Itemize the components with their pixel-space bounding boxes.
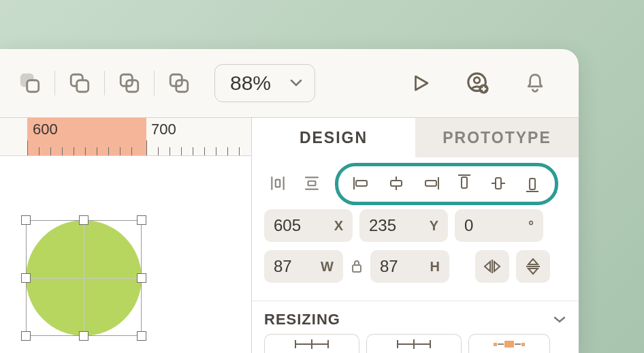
align-vertical-distribute-icon[interactable] xyxy=(298,170,325,197)
flip-vertical-button[interactable] xyxy=(516,250,550,283)
width-value: 87 xyxy=(274,257,315,276)
resize-handle-sw[interactable] xyxy=(21,331,31,341)
resizing-width-control[interactable] xyxy=(264,334,359,353)
svg-rect-31 xyxy=(353,265,361,272)
width-field[interactable]: 87 W xyxy=(264,250,343,283)
resize-handle-ne[interactable] xyxy=(137,215,146,225)
chevron-down-icon xyxy=(290,79,302,87)
toolbar-right xyxy=(404,67,565,99)
boolean-exclude-icon[interactable] xyxy=(163,67,195,99)
bell-icon[interactable] xyxy=(519,67,551,99)
resizing-section-header[interactable]: RESIZING xyxy=(252,301,579,334)
align-center-h-icon[interactable] xyxy=(383,170,410,197)
resize-handle-w[interactable] xyxy=(21,273,31,283)
align-top-icon[interactable] xyxy=(451,170,478,197)
svg-rect-28 xyxy=(496,178,501,189)
zoom-dropdown[interactable]: 88% xyxy=(214,64,315,102)
height-field[interactable]: 87 H xyxy=(370,250,449,283)
app-window: 88% 600 700 xyxy=(0,49,579,353)
svg-rect-3 xyxy=(77,80,88,92)
x-label: X xyxy=(334,218,343,234)
align-left-icon[interactable] xyxy=(349,170,376,197)
add-user-icon[interactable] xyxy=(462,67,494,99)
lock-aspect-icon[interactable] xyxy=(350,250,364,283)
flip-horizontal-button[interactable] xyxy=(475,250,509,283)
canvas[interactable]: 600 700 xyxy=(0,118,251,353)
align-horizontal-distribute-icon[interactable] xyxy=(264,170,291,197)
ruler-tick-label: 600 xyxy=(33,121,58,138)
design-section: 605 X 235 Y 0 ° 87 W xyxy=(252,157,579,291)
resizing-height-control[interactable] xyxy=(366,334,462,353)
width-label: W xyxy=(321,259,334,275)
size-row: 87 W 87 H xyxy=(264,250,566,283)
y-value: 235 xyxy=(369,216,424,235)
selected-ellipse[interactable] xyxy=(26,220,142,336)
svg-rect-18 xyxy=(356,181,367,186)
resizing-controls xyxy=(252,334,579,353)
tab-design[interactable]: DESIGN xyxy=(252,118,415,157)
svg-point-9 xyxy=(474,78,480,84)
inspector-tabs: DESIGN PROTOTYPE xyxy=(252,118,579,157)
svg-rect-41 xyxy=(494,343,497,346)
rotation-value: 0 xyxy=(464,216,523,235)
height-label: H xyxy=(430,259,440,275)
resizing-constraints-control[interactable] xyxy=(468,334,550,353)
alignment-row xyxy=(264,170,566,197)
height-value: 87 xyxy=(380,257,425,276)
x-field[interactable]: 605 X xyxy=(264,209,353,242)
resizing-title: RESIZING xyxy=(264,311,340,328)
x-value: 605 xyxy=(274,216,329,235)
ruler-horizontal: 600 700 xyxy=(0,118,251,156)
zoom-value: 88% xyxy=(230,72,271,95)
ruler-tick-label: 700 xyxy=(151,121,176,138)
align-bottom-icon[interactable] xyxy=(519,170,546,197)
boolean-subtract-icon[interactable] xyxy=(14,67,46,99)
svg-rect-23 xyxy=(425,181,436,186)
chevron-down-icon xyxy=(553,316,566,324)
toolbar: 88% xyxy=(0,49,579,117)
y-label: Y xyxy=(430,218,438,234)
position-row: 605 X 235 Y 0 ° xyxy=(264,209,566,242)
align-right-icon[interactable] xyxy=(417,170,444,197)
svg-rect-13 xyxy=(276,180,280,187)
svg-rect-30 xyxy=(530,179,535,189)
svg-rect-42 xyxy=(521,343,525,346)
tab-prototype[interactable]: PROTOTYPE xyxy=(415,118,579,157)
resize-handle-se[interactable] xyxy=(137,331,146,341)
svg-rect-40 xyxy=(504,341,514,348)
inspector-panel: DESIGN PROTOTYPE xyxy=(251,118,579,353)
resize-handle-e[interactable] xyxy=(137,273,146,283)
boolean-intersect-icon[interactable] xyxy=(113,67,146,99)
selection-guide xyxy=(84,220,84,336)
resize-handle-n[interactable] xyxy=(79,215,88,225)
rotation-unit: ° xyxy=(528,218,534,234)
toolbar-divider xyxy=(54,71,55,95)
svg-rect-16 xyxy=(308,181,316,186)
content-area: 600 700 xyxy=(0,117,579,353)
play-icon[interactable] xyxy=(404,67,437,99)
toolbar-divider xyxy=(154,71,155,95)
align-center-v-icon[interactable] xyxy=(485,170,512,197)
canvas-viewport[interactable] xyxy=(0,156,251,353)
svg-rect-25 xyxy=(462,177,467,188)
svg-rect-21 xyxy=(391,181,402,186)
resize-handle-s[interactable] xyxy=(79,331,88,341)
svg-rect-1 xyxy=(27,80,39,92)
rotation-field[interactable]: 0 ° xyxy=(455,209,543,242)
resize-handle-nw[interactable] xyxy=(21,215,31,225)
toolbar-divider xyxy=(104,71,105,95)
boolean-union-icon[interactable] xyxy=(63,67,96,99)
y-field[interactable]: 235 Y xyxy=(359,209,448,242)
